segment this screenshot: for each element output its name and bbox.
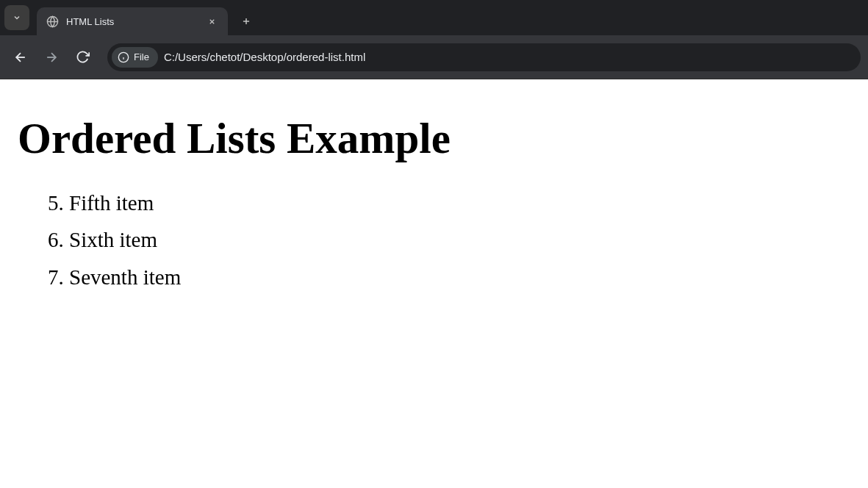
file-origin-chip[interactable]: File <box>112 47 158 68</box>
tab-title: HTML Lists <box>66 16 204 27</box>
file-chip-label: File <box>134 51 149 62</box>
page-content: Ordered Lists Example Fifth itemSixth it… <box>0 79 868 315</box>
browser-chrome: HTML Lists File C:/Users/chetot/Desktop/… <box>0 0 868 79</box>
info-icon <box>118 51 129 63</box>
close-icon <box>208 18 216 26</box>
forward-button[interactable] <box>38 44 65 71</box>
page-heading: Ordered Lists Example <box>18 113 850 164</box>
reload-button[interactable] <box>69 44 96 71</box>
browser-tab[interactable]: HTML Lists <box>37 7 228 35</box>
list-item: Seventh item <box>69 260 850 294</box>
new-tab-button[interactable] <box>235 10 257 32</box>
tab-close-button[interactable] <box>204 14 219 29</box>
tab-search-dropdown[interactable] <box>4 5 29 30</box>
tab-bar: HTML Lists <box>0 0 868 35</box>
reload-icon <box>76 50 90 64</box>
url-text: C:/Users/chetot/Desktop/ordered-list.htm… <box>164 51 365 63</box>
arrow-right-icon <box>44 50 59 65</box>
plus-icon <box>241 16 251 26</box>
browser-toolbar: File C:/Users/chetot/Desktop/ordered-lis… <box>0 35 868 79</box>
list-item: Fifth item <box>69 186 850 220</box>
address-bar[interactable]: File C:/Users/chetot/Desktop/ordered-lis… <box>107 43 861 71</box>
globe-icon <box>46 15 59 28</box>
back-button[interactable] <box>7 44 34 71</box>
arrow-left-icon <box>13 50 28 65</box>
list-item: Sixth item <box>69 223 850 256</box>
chevron-down-icon <box>12 13 21 22</box>
ordered-list: Fifth itemSixth itemSeventh item <box>18 186 850 294</box>
